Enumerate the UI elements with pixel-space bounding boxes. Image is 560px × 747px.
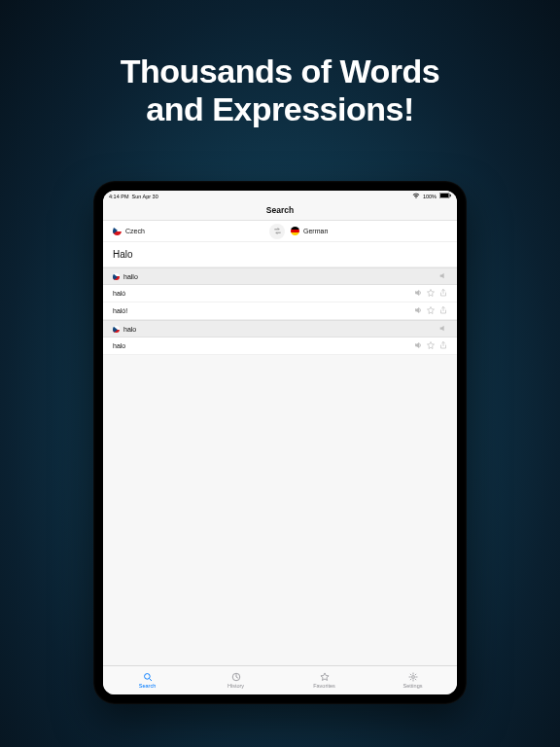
language-to-label: German bbox=[303, 228, 328, 234]
result-text: haló! bbox=[113, 307, 127, 314]
swap-languages-button[interactable] bbox=[269, 224, 285, 239]
czech-flag-icon bbox=[113, 326, 120, 333]
group-head-text: hallo bbox=[123, 273, 138, 280]
speaker-icon[interactable] bbox=[438, 271, 447, 281]
promo-headline: Thousands of Words and Expressions! bbox=[0, 0, 560, 128]
language-bar: Czech German bbox=[103, 221, 457, 242]
status-bar: 4:14 PM Sun Apr 30 100% bbox=[103, 191, 457, 202]
language-from-label: Czech bbox=[125, 228, 145, 234]
tab-favorites[interactable]: Favorites bbox=[280, 666, 368, 694]
star-icon[interactable] bbox=[427, 289, 435, 298]
search-icon bbox=[143, 672, 153, 682]
group-head-text: halo bbox=[123, 326, 136, 333]
gear-icon bbox=[408, 672, 418, 682]
status-time: 4:14 PM bbox=[109, 194, 128, 199]
result-row[interactable]: haló! bbox=[103, 302, 457, 320]
results-list: hallo haló haló! bbox=[103, 267, 457, 665]
share-icon[interactable] bbox=[439, 289, 447, 298]
page-title: Search bbox=[103, 202, 457, 221]
speaker-icon[interactable] bbox=[438, 324, 447, 334]
star-icon[interactable] bbox=[427, 306, 435, 315]
german-flag-icon bbox=[291, 227, 299, 235]
result-row[interactable]: haló bbox=[103, 285, 457, 302]
czech-flag-icon bbox=[113, 273, 120, 280]
headline-line-2: and Expressions! bbox=[0, 90, 560, 128]
svg-rect-1 bbox=[440, 194, 449, 197]
result-group-header[interactable]: hallo bbox=[103, 267, 457, 285]
speaker-icon[interactable] bbox=[414, 306, 422, 315]
share-icon[interactable] bbox=[439, 341, 447, 350]
tab-label: Favorites bbox=[313, 683, 335, 689]
battery-icon bbox=[439, 193, 451, 200]
star-icon bbox=[320, 672, 330, 682]
star-icon[interactable] bbox=[427, 341, 435, 350]
tab-history[interactable]: History bbox=[192, 666, 280, 694]
czech-flag-icon bbox=[113, 227, 122, 235]
tablet-frame: 4:14 PM Sun Apr 30 100% Search Czech bbox=[93, 181, 467, 704]
app-screen: 4:14 PM Sun Apr 30 100% Search Czech bbox=[103, 191, 457, 694]
tab-label: Settings bbox=[403, 683, 423, 689]
result-text: haló bbox=[113, 290, 125, 297]
tab-settings[interactable]: Settings bbox=[368, 666, 457, 694]
speaker-icon[interactable] bbox=[414, 341, 422, 350]
language-from[interactable]: Czech bbox=[113, 227, 269, 235]
language-to[interactable]: German bbox=[291, 227, 447, 235]
status-battery: 100% bbox=[423, 194, 437, 199]
svg-point-3 bbox=[144, 674, 150, 680]
status-date: Sun Apr 30 bbox=[131, 194, 158, 199]
search-input[interactable]: Halo bbox=[103, 242, 457, 267]
result-group-header[interactable]: halo bbox=[103, 320, 457, 338]
svg-point-5 bbox=[411, 676, 414, 679]
svg-rect-2 bbox=[450, 195, 451, 197]
swap-icon bbox=[273, 227, 282, 235]
result-row[interactable]: halo bbox=[103, 338, 457, 355]
tab-label: Search bbox=[139, 683, 156, 689]
tab-label: History bbox=[228, 683, 244, 689]
speaker-icon[interactable] bbox=[414, 289, 422, 298]
headline-line-1: Thousands of Words bbox=[0, 53, 560, 90]
wifi-icon bbox=[412, 193, 420, 200]
result-text: halo bbox=[113, 342, 125, 349]
clock-icon bbox=[231, 672, 241, 682]
tab-search[interactable]: Search bbox=[103, 666, 192, 694]
tab-bar: Search History Favorites Settings bbox=[103, 665, 457, 694]
share-icon[interactable] bbox=[439, 306, 447, 315]
